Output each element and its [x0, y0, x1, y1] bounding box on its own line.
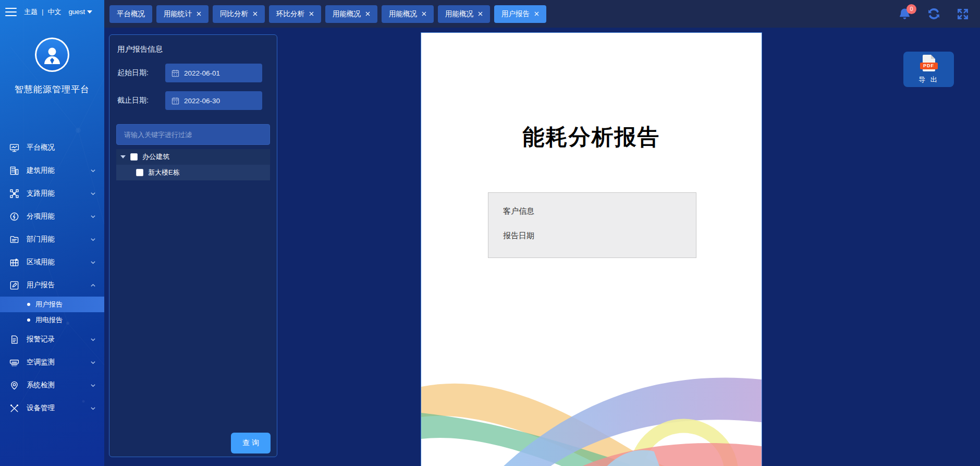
branch-icon: [9, 189, 19, 199]
tab-mom-analysis[interactable]: 环比分析: [269, 5, 321, 23]
top-divider: |: [42, 8, 43, 16]
bullet-icon: [27, 318, 30, 322]
sidebar-item-building-energy[interactable]: 建筑用能: [0, 159, 104, 182]
sidebar-item-user-report[interactable]: 用户报告: [0, 274, 104, 297]
sidebar-item-region-energy[interactable]: 区域用能: [0, 251, 104, 274]
calendar-icon: [172, 69, 179, 77]
tree-node-label: 办公建筑: [142, 152, 169, 162]
query-button[interactable]: 查 询: [231, 433, 271, 453]
user-report-filter-panel: 用户报告信息 起始日期: 2022-06-01 截止日期: 2022-06-30…: [109, 34, 277, 457]
chevron-down-icon: [90, 168, 96, 174]
close-icon[interactable]: [422, 11, 426, 16]
end-date-value: 2022-06-30: [184, 97, 220, 105]
tree-expander-icon[interactable]: [120, 155, 126, 158]
chevron-up-icon: [90, 283, 96, 288]
close-icon[interactable]: [365, 11, 370, 16]
avatar: [35, 38, 69, 72]
fullscreen-icon[interactable]: [955, 6, 971, 22]
tab-user-report[interactable]: 用户报告: [494, 5, 546, 23]
sidebar-item-system-check[interactable]: 系统检测: [0, 374, 104, 397]
export-label: 导 出: [918, 75, 939, 84]
chevron-down-icon: [90, 406, 96, 411]
refresh-icon[interactable]: [926, 6, 941, 22]
chevron-down-icon: [90, 260, 96, 265]
user-avatar-icon: [42, 44, 63, 65]
chevron-down-icon: [90, 383, 96, 388]
theme-link[interactable]: 主题: [24, 7, 38, 17]
customer-info-label: 客户信息: [503, 206, 681, 216]
username-label: guest: [68, 8, 85, 16]
tab-energy-overview-3[interactable]: 用能概况: [438, 5, 490, 23]
start-date-label: 起始日期:: [117, 68, 160, 78]
hamburger-menu-icon[interactable]: [5, 8, 17, 16]
sidebar-item-subitem-energy[interactable]: 分项用能: [0, 205, 104, 228]
chevron-down-icon: [90, 337, 96, 342]
tab-platform-overview[interactable]: 平台概况: [109, 5, 152, 23]
tree-node-building-e[interactable]: 新大楼E栋: [116, 165, 270, 180]
caret-down-icon: [87, 10, 92, 14]
building-icon: [9, 166, 19, 176]
map-icon: [9, 257, 19, 267]
sidebar-top-bar: 主题 | 中文 guest: [0, 0, 104, 23]
ac-icon: [9, 358, 19, 367]
sidebar-item-department-energy[interactable]: 部门用能: [0, 228, 104, 251]
notification-badge: 0: [906, 4, 916, 14]
sidebar-item-ac-monitoring[interactable]: 空调监测: [0, 351, 104, 374]
chevron-down-icon: [90, 360, 96, 365]
notification-bell-icon[interactable]: 0: [897, 6, 912, 22]
start-date-value: 2022-06-01: [184, 69, 220, 77]
end-date-label: 截止日期:: [117, 96, 160, 105]
close-icon[interactable]: [534, 11, 539, 16]
end-date-row: 截止日期: 2022-06-30: [116, 91, 270, 110]
folder-icon: [9, 235, 19, 244]
sidebar-item-device-management[interactable]: 设备管理: [0, 397, 104, 420]
platform-title: 智慧能源管理平台: [0, 83, 104, 95]
panel-title: 用户报告信息: [117, 44, 270, 54]
tree-node-label: 新大楼E栋: [148, 168, 180, 177]
start-date-picker[interactable]: 2022-06-01: [165, 64, 262, 82]
tree-checkbox[interactable]: [136, 169, 143, 176]
close-icon[interactable]: [309, 11, 314, 16]
building-tree: 办公建筑 新大楼E栋: [116, 149, 270, 180]
close-icon[interactable]: [253, 11, 258, 16]
tools-icon: [9, 403, 19, 413]
sidebar-subitem-electricity-report[interactable]: 用电报告: [0, 312, 104, 328]
decorative-waves: [421, 310, 762, 466]
pdf-band-label: PDF: [920, 63, 938, 69]
monitor-icon: [9, 143, 19, 153]
close-icon[interactable]: [478, 11, 483, 16]
export-pdf-button[interactable]: PDF 导 出: [903, 52, 954, 87]
chevron-down-icon: [90, 191, 96, 197]
tree-node-office-building[interactable]: 办公建筑: [116, 149, 270, 165]
tab-yoy-analysis[interactable]: 同比分析: [213, 5, 265, 23]
report-date-label: 报告日期: [503, 231, 681, 241]
tab-energy-overview-1[interactable]: 用能概况: [325, 5, 377, 23]
pin-icon: [9, 381, 19, 390]
report-preview: 能耗分析报告 客户信息 报告日期: [421, 32, 762, 466]
tab-energy-overview-2[interactable]: 用能概况: [382, 5, 434, 23]
sidebar: 主题 | 中文 guest 智慧能源管理平台 平台概况 建: [0, 0, 104, 466]
sidebar-item-platform-overview[interactable]: 平台概况: [0, 136, 104, 159]
subitem-icon: [9, 212, 19, 222]
calendar-icon: [172, 97, 179, 105]
document-icon: [9, 335, 19, 345]
bullet-icon: [27, 303, 30, 306]
topbar: 平台概况 用能统计 同比分析 环比分析 用能概况 用能概况 用能概况 用户报告: [104, 0, 980, 28]
end-date-picker[interactable]: 2022-06-30: [165, 91, 262, 110]
user-dropdown[interactable]: guest: [68, 8, 92, 16]
tree-checkbox[interactable]: [130, 153, 138, 161]
pdf-file-icon: PDF: [920, 55, 938, 73]
report-info-box: 客户信息 报告日期: [488, 192, 696, 258]
language-link[interactable]: 中文: [47, 7, 61, 17]
sidebar-item-alarm-records[interactable]: 报警记录: [0, 328, 104, 351]
close-icon[interactable]: [197, 11, 201, 16]
start-date-row: 起始日期: 2022-06-01: [116, 64, 270, 82]
keyword-filter-input[interactable]: [116, 124, 270, 145]
topbar-actions: 0: [897, 0, 971, 28]
chevron-down-icon: [90, 237, 96, 242]
edit-icon: [9, 280, 19, 290]
tab-energy-statistics[interactable]: 用能统计: [156, 5, 209, 23]
sidebar-subitem-user-report[interactable]: 用户报告: [0, 297, 104, 312]
report-title: 能耗分析报告: [421, 122, 762, 152]
sidebar-item-branch-energy[interactable]: 支路用能: [0, 182, 104, 205]
